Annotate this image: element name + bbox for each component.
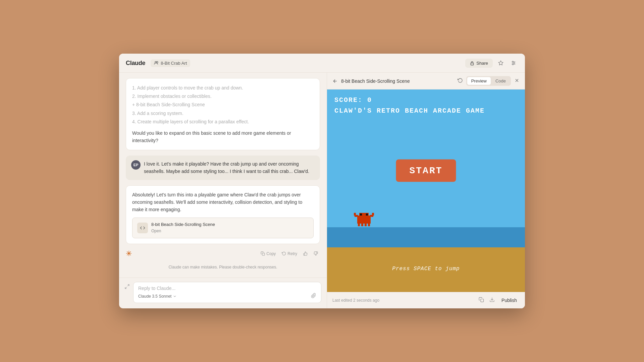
thumbs-up-button[interactable] xyxy=(301,250,310,257)
svg-rect-18 xyxy=(360,214,362,216)
logo: Claude xyxy=(126,60,145,67)
artifact-card[interactable]: 8-bit Beach Side-Scrolling Scene Open xyxy=(132,218,314,238)
lock-icon xyxy=(470,61,474,65)
user-message-text: I love it. Let's make it playable? Have … xyxy=(144,160,315,175)
game-canvas: SCORE: 0 CLAW'D'S RETRO BEACH ARCADE GAM… xyxy=(327,89,525,292)
preview-header-right: Preview Code xyxy=(458,76,520,86)
artifact-info: 8-bit Beach Side-Scrolling Scene Open xyxy=(151,221,215,235)
expand-icon xyxy=(124,284,130,289)
crab-sprite xyxy=(354,209,374,227)
game-score: SCORE: 0 xyxy=(334,96,372,104)
close-button[interactable] xyxy=(514,78,520,84)
back-button[interactable] xyxy=(332,78,338,84)
svg-rect-19 xyxy=(366,214,368,216)
preview-title: 8-bit Beach Side-Scrolling Scene xyxy=(341,78,410,84)
retry-label: Retry xyxy=(287,251,297,256)
svg-rect-10 xyxy=(262,253,265,255)
refresh-button[interactable] xyxy=(458,78,463,84)
tab-code[interactable]: Code xyxy=(491,77,510,85)
expand-icon-area xyxy=(124,284,130,289)
svg-rect-2 xyxy=(471,63,474,65)
message-actions: Copy Retry xyxy=(259,250,320,257)
svg-line-11 xyxy=(127,285,129,286)
star-button[interactable] xyxy=(496,58,505,68)
code-icon xyxy=(140,225,145,231)
chevron-down-icon xyxy=(173,294,177,298)
chat-messages: 1. Add player controls to move the crab … xyxy=(119,73,327,278)
chat-input-area: Reply to Claude... Claude 3.5 Sonnet xyxy=(119,278,327,308)
artifact-icon xyxy=(137,223,148,233)
preview-panel: 8-bit Beach Side-Scrolling Scene Preview… xyxy=(327,73,525,308)
chat-input-relative: Reply to Claude... Claude 3.5 Sonnet xyxy=(133,282,321,303)
share-button[interactable]: Share xyxy=(465,59,493,68)
svg-point-8 xyxy=(514,62,515,63)
last-edited: Last edited 2 seconds ago xyxy=(332,298,379,303)
main-window: Claude 8-Bit Crab Art Share xyxy=(119,54,525,308)
chat-input-row: Reply to Claude... Claude 3.5 Sonnet xyxy=(124,282,321,303)
arrow-left-icon xyxy=(332,78,338,84)
settings-button[interactable] xyxy=(509,58,518,68)
attachment-button[interactable] xyxy=(311,293,316,299)
message-list: 1. Add player controls to move the crab … xyxy=(132,84,314,126)
star-icon xyxy=(498,60,503,66)
users-icon xyxy=(154,61,159,65)
svg-rect-27 xyxy=(368,223,370,226)
disclaimer: Claude can make mistakes. Please double-… xyxy=(126,265,320,269)
retry-icon xyxy=(282,251,286,256)
thumbs-down-button[interactable] xyxy=(312,250,320,257)
retry-button[interactable]: Retry xyxy=(280,250,299,257)
footer-actions: Publish xyxy=(477,296,520,305)
svg-point-1 xyxy=(157,61,158,63)
preview-tabs: Preview Code xyxy=(466,76,511,86)
artifact-title: 8-bit Beach Side-Scrolling Scene xyxy=(151,221,215,228)
close-icon xyxy=(514,78,520,83)
actions-row: ✳ Copy Retry xyxy=(126,249,320,258)
list-item: + 8-bit Beach Side-Scrolling Scene xyxy=(132,101,314,109)
model-label: Claude 3.5 Sonnet xyxy=(138,294,171,299)
svg-rect-28 xyxy=(481,299,484,302)
user-message: EP I love it. Let's make it playable? Ha… xyxy=(126,156,320,180)
copy-artifact-icon xyxy=(479,297,484,302)
copy-button[interactable]: Copy xyxy=(259,250,278,257)
crab-svg xyxy=(354,209,374,227)
download-button[interactable] xyxy=(488,296,496,305)
assistant-text-2: Absolutely! Let's turn this into a playa… xyxy=(132,191,314,214)
publish-button[interactable]: Publish xyxy=(499,296,520,304)
svg-marker-3 xyxy=(498,61,503,65)
svg-rect-23 xyxy=(372,213,374,216)
press-space-text: Press SPACE to jump xyxy=(392,266,460,272)
header: Claude 8-Bit Crab Art Share xyxy=(119,54,525,73)
copy-label: Copy xyxy=(266,251,276,256)
start-game-button[interactable]: START xyxy=(396,159,456,182)
model-selector[interactable]: Claude 3.5 Sonnet xyxy=(138,294,177,299)
header-right: Share xyxy=(465,58,518,68)
header-left: Claude 8-Bit Crab Art xyxy=(126,59,190,67)
project-badge: 8-Bit Crab Art xyxy=(151,59,190,67)
svg-point-7 xyxy=(512,61,513,62)
chat-input-wrapper[interactable]: Reply to Claude... Claude 3.5 Sonnet xyxy=(133,282,321,303)
preview-header: 8-bit Beach Side-Scrolling Scene Preview… xyxy=(327,73,525,89)
project-name: 8-Bit Crab Art xyxy=(161,61,187,66)
copy-artifact-button[interactable] xyxy=(477,296,485,305)
copy-icon xyxy=(261,251,265,256)
claude-spinner: ✳ xyxy=(126,249,132,258)
game-title: CLAW'D'S RETRO BEACH ARCADE GAME xyxy=(334,107,485,115)
refresh-icon xyxy=(458,78,463,83)
artifact-open: Open xyxy=(151,228,215,234)
svg-rect-26 xyxy=(365,224,367,226)
tab-preview[interactable]: Preview xyxy=(467,77,491,85)
svg-rect-21 xyxy=(354,213,356,216)
thumbs-down-icon xyxy=(314,251,318,256)
svg-rect-25 xyxy=(361,224,363,226)
thumbs-up-icon xyxy=(303,251,308,256)
svg-line-12 xyxy=(125,287,127,289)
list-item: 4. Create multiple layers of scrolling f… xyxy=(132,118,314,126)
chat-panel: 1. Add player controls to move the crab … xyxy=(119,73,327,308)
list-item: 1. Add player controls to move the crab … xyxy=(132,84,314,92)
input-placeholder: Reply to Claude... xyxy=(138,286,316,291)
preview-header-left: 8-bit Beach Side-Scrolling Scene xyxy=(332,78,410,84)
sliders-icon xyxy=(511,60,516,66)
chat-input-footer: Claude 3.5 Sonnet xyxy=(138,293,316,299)
assistant-body-text: Would you like to expand on this basic s… xyxy=(132,129,314,144)
list-item: 3. Add a scoring system. xyxy=(132,109,314,118)
